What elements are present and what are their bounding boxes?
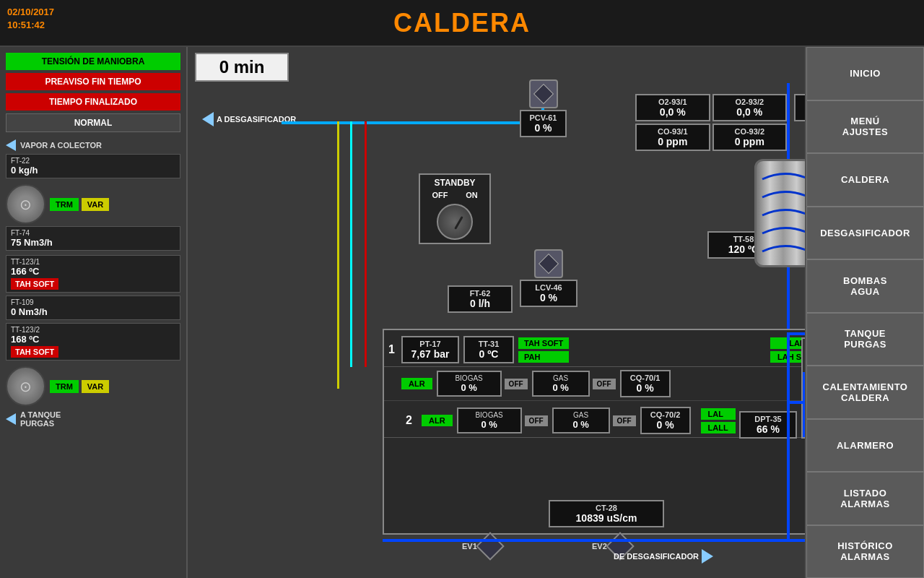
gas2-label: GAS bbox=[558, 411, 604, 419]
nav-menu-ajustes[interactable]: MENÚ AJUSTES bbox=[806, 100, 924, 154]
ft74-box: FT-74 75 Nm3/h bbox=[6, 226, 180, 251]
tt123-1-alert: TAH SOFT bbox=[11, 278, 58, 290]
ft109-box: FT-109 0 Nm3/h bbox=[6, 296, 180, 320]
pcv61-valve-icon bbox=[529, 79, 558, 108]
timer-value: 0 min bbox=[219, 57, 265, 77]
gas2-value: 0 % bbox=[558, 419, 604, 430]
normal-btn[interactable]: NORMAL bbox=[6, 113, 180, 132]
ft22-value: 0 kg/h bbox=[11, 165, 175, 176]
ft109-value: 0 Nm3/h bbox=[11, 306, 175, 317]
ct28-display: CT-28 10839 uS/cm bbox=[549, 500, 664, 527]
datetime: 02/10/2017 10:51:42 bbox=[7, 6, 54, 32]
alr2-badge: ALR bbox=[422, 415, 453, 426]
nav-listado-alarmas[interactable]: LISTADO ALARMAS bbox=[806, 472, 924, 525]
nav-calentamiento-caldera[interactable]: CALENTAMIENTO CALDERA bbox=[806, 366, 924, 419]
main-layout: TENSIÓN DE MANIOBRA PREAVISO FIN TIEMPO … bbox=[0, 47, 924, 578]
header: 02/10/2017 10:51:42 CALDERA bbox=[0, 0, 924, 47]
pipe-cyan-v1 bbox=[350, 121, 352, 367]
var2-badge: VAR bbox=[82, 380, 109, 393]
gas1-label: GAS bbox=[538, 374, 584, 382]
a-desgasificador: A DESGASIFICADOR bbox=[202, 112, 296, 126]
cq70-1-display: CQ-70/1 0 % bbox=[620, 370, 671, 397]
biogas1-label: BIOGAS bbox=[443, 374, 496, 382]
desgasificador-right-arrow-icon bbox=[702, 549, 713, 564]
standby-on: ON bbox=[466, 191, 478, 199]
ft74-label: FT-74 bbox=[11, 229, 175, 237]
pcv61-block[interactable]: PCV-61 0 % bbox=[520, 79, 567, 137]
nav-alarmero[interactable]: ALARMERO bbox=[806, 419, 924, 473]
tanque-arrow-icon bbox=[6, 413, 16, 425]
trm2-badge: TRM bbox=[50, 380, 79, 393]
pipe-blue-v2 bbox=[787, 332, 790, 405]
tension-maniobra-btn[interactable]: TENSIÓN DE MANIOBRA bbox=[6, 53, 180, 70]
biogas1-display: BIOGAS 0 % bbox=[437, 371, 502, 397]
left-panel: TENSIÓN DE MANIOBRA PREAVISO FIN TIEMPO … bbox=[0, 47, 188, 578]
boiler-coil-icon bbox=[759, 165, 805, 266]
pipe-blue-h2 bbox=[787, 332, 805, 335]
o2-93-2-display: O2-93/2 0,0 % bbox=[712, 94, 788, 121]
tt123-1-label: TT-123/1 bbox=[11, 258, 175, 266]
co-93-1-display: CO-93/1 0 ppm bbox=[635, 124, 710, 151]
right-sidebar: INICIO MENÚ AJUSTES CALDERA DESGASIFICAD… bbox=[805, 47, 924, 578]
rotary-switch-icon[interactable] bbox=[437, 204, 473, 240]
burner2-number: 2 bbox=[406, 414, 414, 427]
nav-caldera[interactable]: CALDERA bbox=[806, 153, 924, 207]
gas2-display: GAS 0 % bbox=[552, 407, 610, 434]
tt123-2-alert: TAH SOFT bbox=[11, 346, 58, 358]
biogas2-label: BIOGAS bbox=[463, 411, 516, 419]
center-panel: 0 min A DESGASIFICADOR PCV-61 bbox=[188, 47, 805, 578]
tt123-1-box: TT-123/1 166 ºC TAH SOFT bbox=[6, 255, 180, 293]
tt123-2-box: TT-123/2 168 ºC TAH SOFT bbox=[6, 323, 180, 361]
date: 02/10/2017 bbox=[7, 6, 54, 19]
standby-box: STANDBY OFF ON bbox=[419, 173, 491, 244]
gas2-off: OFF bbox=[613, 415, 636, 426]
lcv46-display: LCV-46 0 % bbox=[520, 280, 578, 307]
ft62-display: FT-62 0 l/h bbox=[448, 285, 513, 313]
tt123-1-value: 166 ºC bbox=[11, 266, 175, 277]
standby-off: OFF bbox=[432, 191, 448, 199]
time: 10:51:42 bbox=[7, 19, 54, 32]
biogas2-off: OFF bbox=[525, 415, 548, 426]
pt17-display: PT-17 7,67 bar bbox=[401, 336, 459, 363]
preaviso-btn[interactable]: PREAVISO FIN TIEMPO bbox=[6, 73, 180, 90]
tt123-2-value: 168 ºC bbox=[11, 334, 175, 345]
purgas-label: PURGAS bbox=[20, 419, 61, 428]
vapor-arrow-icon bbox=[6, 139, 16, 151]
burner1-number: 1 bbox=[388, 343, 397, 356]
pipe-blue-bottom-v bbox=[787, 397, 790, 542]
lcv46-block[interactable]: LCV-46 0 % bbox=[520, 249, 578, 307]
standby-label: STANDBY bbox=[423, 178, 487, 188]
trm-var-1: TRM VAR bbox=[50, 198, 109, 211]
cq70-2-display: CQ-70/2 0 % bbox=[640, 407, 691, 434]
nav-historico-alarmas[interactable]: HISTÓRICO ALARMAS bbox=[806, 525, 924, 579]
ft74-value: 75 Nm3/h bbox=[11, 237, 175, 248]
nav-tanque-purgas[interactable]: TANQUE PURGAS bbox=[806, 313, 924, 366]
fan2-icon: ⊙ bbox=[6, 366, 45, 406]
boiler-drum-icon bbox=[754, 159, 805, 267]
timer-display: 0 min bbox=[195, 53, 289, 82]
desgasificador-arrow-icon bbox=[202, 112, 214, 126]
biogas2-value: 0 % bbox=[463, 419, 516, 430]
o2-93-1-display: O2-93/1 0,0 % bbox=[635, 94, 710, 121]
gas1-off: OFF bbox=[593, 379, 616, 389]
tt123-2-label: TT-123/2 bbox=[11, 326, 175, 334]
level-bar-container bbox=[801, 337, 805, 439]
lal-badge: LAL bbox=[701, 408, 736, 420]
pipe-top-h bbox=[282, 121, 541, 124]
ev1-label: EV1 bbox=[462, 542, 477, 551]
trm1-badge: TRM bbox=[50, 198, 79, 211]
nav-bombas-agua[interactable]: BOMBAS AGUA bbox=[806, 259, 924, 313]
biogas1-off: OFF bbox=[505, 379, 528, 389]
vapor-label: VAPOR A COLECTOR bbox=[20, 141, 102, 150]
pipe-red-v1 bbox=[365, 121, 367, 367]
page-title: CALDERA bbox=[393, 8, 531, 38]
tah-soft-b1-badge: TAH SOFT bbox=[518, 337, 569, 349]
ft109-label: FT-109 bbox=[11, 298, 175, 306]
ft22-label: FT-22 bbox=[11, 157, 175, 165]
tiempo-btn[interactable]: TIEMPO FINALIZADO bbox=[6, 93, 180, 111]
gas1-value: 0 % bbox=[538, 382, 584, 393]
gas1-display: GAS 0 % bbox=[532, 371, 590, 397]
nav-inicio[interactable]: INICIO bbox=[806, 47, 924, 100]
tt33-display: TT-33 144 ºC bbox=[794, 94, 805, 121]
nav-desgasificador[interactable]: DESGASIFICADOR bbox=[806, 207, 924, 260]
